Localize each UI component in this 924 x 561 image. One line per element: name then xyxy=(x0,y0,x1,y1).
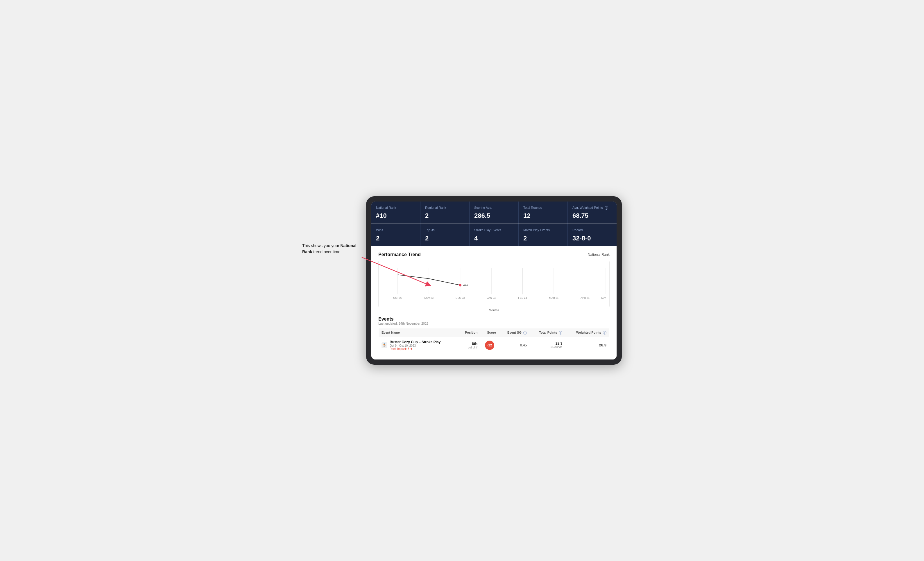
chart-svg: #10 OCT 23 NOV 23 DEC 23 JAN 24 FEB 24 M… xyxy=(382,266,606,305)
stat-match-play-label: Match Play Events xyxy=(523,228,563,232)
stat-total-rounds-value: 12 xyxy=(523,212,563,220)
tablet-screen: National Rank #10 Regional Rank 2 Scorin… xyxy=(371,202,616,359)
stat-record: Record 32-8-0 xyxy=(568,224,616,246)
event-position: 6th out of 7 xyxy=(458,337,480,353)
outer-wrapper: This shows you your National Rank trend … xyxy=(302,196,622,365)
stat-record-label: Record xyxy=(572,228,612,232)
weighted-points-value: 28.3 xyxy=(599,343,606,347)
total-points-sub: 3 Rounds xyxy=(532,346,562,349)
stat-national-rank: National Rank #10 xyxy=(371,202,420,224)
svg-text:OCT 23: OCT 23 xyxy=(393,296,402,299)
svg-text:FEB 24: FEB 24 xyxy=(518,296,527,299)
stat-regional-rank-label: Regional Rank xyxy=(425,206,465,209)
col-event-name: Event Name xyxy=(379,328,458,337)
svg-text:NOV 23: NOV 23 xyxy=(424,296,434,299)
col-total-points: Total Points i xyxy=(530,328,565,337)
svg-text:MAY 24: MAY 24 xyxy=(602,296,606,299)
svg-text:MAR 24: MAR 24 xyxy=(549,296,558,299)
event-details: Buster Cozy Cup – Stroke Play Oct 9 - Oc… xyxy=(390,340,441,350)
stat-avg-weighted: Avg. Weighted Points i 68.75 xyxy=(568,202,616,224)
stat-avg-weighted-label: Avg. Weighted Points i xyxy=(572,206,612,209)
rank-impact: Rank Impact: 3 ▼ xyxy=(390,347,441,350)
svg-text:DEC 23: DEC 23 xyxy=(456,296,465,299)
table-row: 🏌 Buster Cozy Cup – Stroke Play Oct 9 - … xyxy=(379,337,610,353)
tablet-device: National Rank #10 Regional Rank 2 Scorin… xyxy=(366,196,622,365)
stat-total-rounds-label: Total Rounds xyxy=(523,206,563,209)
svg-point-10 xyxy=(459,284,461,286)
event-icon: 🏌 xyxy=(381,343,387,348)
content-area: Performance Trend National Rank xyxy=(371,246,616,359)
position-sub: out of 7 xyxy=(461,346,477,349)
event-score: -22 xyxy=(480,337,499,353)
stat-avg-weighted-value: 68.75 xyxy=(572,212,612,220)
stat-match-play: Match Play Events 2 xyxy=(519,224,567,246)
events-table-head: Event Name Position Score Event SG i Tot… xyxy=(379,328,610,337)
stat-stroke-play-value: 4 xyxy=(474,235,514,242)
stat-total-rounds: Total Rounds 12 xyxy=(519,202,567,224)
position-main: 6th xyxy=(461,341,477,346)
info-icon-avg-weighted[interactable]: i xyxy=(604,206,608,209)
stat-stroke-play-label: Stroke Play Events xyxy=(474,228,514,232)
stat-regional-rank: Regional Rank 2 xyxy=(420,202,469,224)
stat-top3s: Top 3s 2 xyxy=(420,224,469,246)
stat-record-value: 32-8-0 xyxy=(572,235,612,242)
stat-wins-label: Wins xyxy=(376,228,416,232)
performance-trend-title: Performance Trend xyxy=(378,252,421,257)
info-icon-weighted-points[interactable]: i xyxy=(603,331,606,335)
stat-scoring-avg: Scoring Avg. 286.5 xyxy=(470,202,518,224)
stat-national-rank-value: #10 xyxy=(376,212,416,220)
stats-row-1: National Rank #10 Regional Rank 2 Scorin… xyxy=(371,202,616,224)
performance-trend-header: Performance Trend National Rank xyxy=(378,252,610,257)
stat-regional-rank-value: 2 xyxy=(425,212,465,220)
stat-match-play-value: 2 xyxy=(523,235,563,242)
stats-row-2: Wins 2 Top 3s 2 Stroke Play Events 4 Mat… xyxy=(371,224,616,246)
event-date: Oct 9 - Oct 10, 2023 xyxy=(390,344,441,347)
annotation-after: trend over time xyxy=(312,250,340,254)
annotation-before: This shows you your xyxy=(302,243,340,248)
stat-wins: Wins 2 xyxy=(371,224,420,246)
col-position: Position xyxy=(458,328,480,337)
col-score: Score xyxy=(480,328,499,337)
score-badge: -22 xyxy=(485,341,494,350)
stat-top3s-value: 2 xyxy=(425,235,465,242)
event-name-cell: 🏌 Buster Cozy Cup – Stroke Play Oct 9 - … xyxy=(379,337,458,353)
event-weighted-points: 28.3 xyxy=(565,337,609,353)
event-name-text: Buster Cozy Cup – Stroke Play xyxy=(390,340,441,344)
stat-top3s-label: Top 3s xyxy=(425,228,465,232)
stat-stroke-play: Stroke Play Events 4 xyxy=(470,224,518,246)
event-name-inner: 🏌 Buster Cozy Cup – Stroke Play Oct 9 - … xyxy=(381,340,455,350)
event-total-points: 28.3 3 Rounds xyxy=(530,337,565,353)
stat-wins-value: 2 xyxy=(376,235,416,242)
events-title: Events xyxy=(378,317,610,322)
events-table-header-row: Event Name Position Score Event SG i Tot… xyxy=(379,328,610,337)
stat-scoring-avg-label: Scoring Avg. xyxy=(474,206,514,209)
info-icon-event-sg[interactable]: i xyxy=(523,331,527,335)
col-weighted-points: Weighted Points i xyxy=(565,328,609,337)
col-event-sg: Event SG i xyxy=(499,328,530,337)
events-last-updated: Last updated: 24th November 2023 xyxy=(378,322,610,325)
svg-text:JAN 24: JAN 24 xyxy=(487,296,495,299)
info-icon-total-points[interactable]: i xyxy=(559,331,562,335)
events-table-body: 🏌 Buster Cozy Cup – Stroke Play Oct 9 - … xyxy=(379,337,610,353)
total-points-main: 28.3 xyxy=(532,341,562,346)
annotation-text: This shows you your National Rank trend … xyxy=(302,243,360,255)
stat-national-rank-label: National Rank xyxy=(376,206,416,209)
svg-text:APR 24: APR 24 xyxy=(580,296,590,299)
svg-text:#10: #10 xyxy=(463,284,468,287)
events-section: Events Last updated: 24th November 2023 … xyxy=(378,317,610,354)
chart-x-axis-label: Months xyxy=(378,308,610,312)
event-sg: 0.45 xyxy=(499,337,530,353)
events-table: Event Name Position Score Event SG i Tot… xyxy=(378,328,610,354)
stat-scoring-avg-value: 286.5 xyxy=(474,212,514,220)
performance-trend-axis-label: National Rank xyxy=(588,253,610,257)
performance-chart: #10 OCT 23 NOV 23 DEC 23 JAN 24 FEB 24 M… xyxy=(378,261,610,307)
